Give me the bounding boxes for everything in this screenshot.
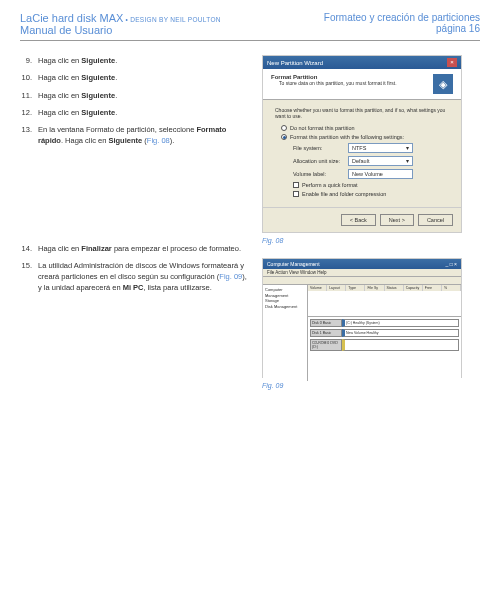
header-right: Formateo y creación de particiones págin… <box>324 12 480 36</box>
checkbox-compression[interactable]: Enable file and folder compression <box>293 191 449 197</box>
step-9: 9.Haga clic en Siguiente. <box>20 55 250 66</box>
cancel-button[interactable]: Cancel <box>418 214 453 226</box>
mgmt-toolbar[interactable] <box>263 277 461 285</box>
mgmt-body: Computer Management Storage Disk Managem… <box>263 285 461 381</box>
step-11: 11.Haga clic en Siguiente. <box>20 90 250 101</box>
left-column: 9.Haga clic en Siguiente. 10.Haga clic e… <box>20 55 250 403</box>
dialog-header: Format Partition To store data on this p… <box>263 69 461 100</box>
dialog-titlebar: New Partition Wizard × <box>263 56 461 69</box>
page-header: LaCie hard disk MAX • DESIGN BY NEIL POU… <box>20 12 480 41</box>
disk-label: Disk 1 Basic <box>310 329 342 337</box>
dialog-body: Choose whether you want to format this p… <box>263 100 461 207</box>
figref-08: Fig. 08 <box>147 136 170 145</box>
dialog-title: New Partition Wizard <box>267 60 323 66</box>
volume-label-input[interactable]: New Volume <box>348 169 413 179</box>
product-title: LaCie hard disk MAX <box>20 12 123 24</box>
next-button[interactable]: Next > <box>380 214 414 226</box>
radio-icon-selected <box>281 134 287 140</box>
disk-partition[interactable]: New Volume Healthy <box>342 329 459 337</box>
step-12: 12.Haga clic en Siguiente. <box>20 107 250 118</box>
dialog-buttons: < Back Next > Cancel <box>263 207 461 232</box>
dialog-subheading: To store data on this partition, you mus… <box>271 80 397 86</box>
disk-row: Disk 1 Basic New Volume Healthy <box>310 329 459 337</box>
checkbox-icon <box>293 182 299 188</box>
chevron-down-icon: ▾ <box>406 145 409 151</box>
mgmt-main: VolumeLayoutTypeFile SyStatusCapacityFre… <box>308 285 461 381</box>
row-filesystem: File system: NTFS▾ <box>293 143 449 153</box>
header-left: LaCie hard disk MAX • DESIGN BY NEIL POU… <box>20 12 221 36</box>
volume-table: VolumeLayoutTypeFile SyStatusCapacityFre… <box>308 285 461 317</box>
radio-format[interactable]: Format this partition with the following… <box>281 134 449 140</box>
radio-no-format[interactable]: Do not format this partition <box>281 125 449 131</box>
disk-graphical-view: Disk 0 Basic (C:) Healthy (System) Disk … <box>308 317 461 381</box>
right-column: New Partition Wizard × Format Partition … <box>262 55 462 403</box>
page-number: página 16 <box>324 23 480 34</box>
mgmt-tree[interactable]: Computer Management Storage Disk Managem… <box>263 285 308 381</box>
figure-08-caption: Fig. 08 <box>262 237 462 244</box>
figref-09: Fig. 09 <box>219 272 242 281</box>
row-volume-label: Volume label: New Volume <box>293 169 449 179</box>
figure-08-dialog: New Partition Wizard × Format Partition … <box>262 55 462 233</box>
disk-row: Disk 0 Basic (C:) Healthy (System) <box>310 319 459 327</box>
format-settings: File system: NTFS▾ Allocation unit size:… <box>293 143 449 197</box>
disk-label: CD-ROM 0 DVD (D:) <box>310 339 342 351</box>
chevron-down-icon: ▾ <box>406 158 409 164</box>
radio-icon <box>281 125 287 131</box>
filesystem-select[interactable]: NTFS▾ <box>348 143 413 153</box>
mgmt-menu[interactable]: File Action View Window Help <box>263 269 461 277</box>
disk-row: CD-ROM 0 DVD (D:) <box>310 339 459 351</box>
figure-09-caption: Fig. 09 <box>262 382 462 389</box>
figure-09-window: Computer Management _ □ × File Action Vi… <box>262 258 462 378</box>
steps-list-top: 9.Haga clic en Siguiente. 10.Haga clic e… <box>20 55 250 147</box>
window-controls[interactable]: _ □ × <box>446 261 458 267</box>
row-allocation: Allocation unit size: Default▾ <box>293 156 449 166</box>
manual-title: Manual de Usuario <box>20 24 221 36</box>
disk-icon: ◈ <box>433 74 453 94</box>
table-header: VolumeLayoutTypeFile SyStatusCapacityFre… <box>308 285 461 291</box>
checkbox-icon <box>293 191 299 197</box>
section-title: Formateo y creación de particiones <box>324 12 480 23</box>
step-14: 14.Haga clic en Finalizar para empezar e… <box>20 243 250 254</box>
disk-label: Disk 0 Basic <box>310 319 342 327</box>
mgmt-titlebar: Computer Management _ □ × <box>263 259 461 269</box>
mgmt-title: Computer Management <box>267 261 320 267</box>
steps-list-bottom: 14.Haga clic en Finalizar para empezar e… <box>20 243 250 294</box>
dialog-prompt: Choose whether you want to format this p… <box>275 107 449 119</box>
close-icon[interactable]: × <box>447 58 457 67</box>
back-button[interactable]: < Back <box>341 214 376 226</box>
disk-partition[interactable]: (C:) Healthy (System) <box>342 319 459 327</box>
step-15: 15.La utilidad Administración de discos … <box>20 260 250 294</box>
content-columns: 9.Haga clic en Siguiente. 10.Haga clic e… <box>20 55 480 403</box>
design-credit: • DESIGN BY NEIL POULTON <box>126 16 221 23</box>
step-10: 10.Haga clic en Siguiente. <box>20 72 250 83</box>
spacer <box>20 153 250 243</box>
checkbox-quick-format[interactable]: Perform a quick format <box>293 182 449 188</box>
allocation-select[interactable]: Default▾ <box>348 156 413 166</box>
disk-partition[interactable] <box>342 339 459 351</box>
step-13: 13.En la ventana Formato de partición, s… <box>20 124 250 147</box>
